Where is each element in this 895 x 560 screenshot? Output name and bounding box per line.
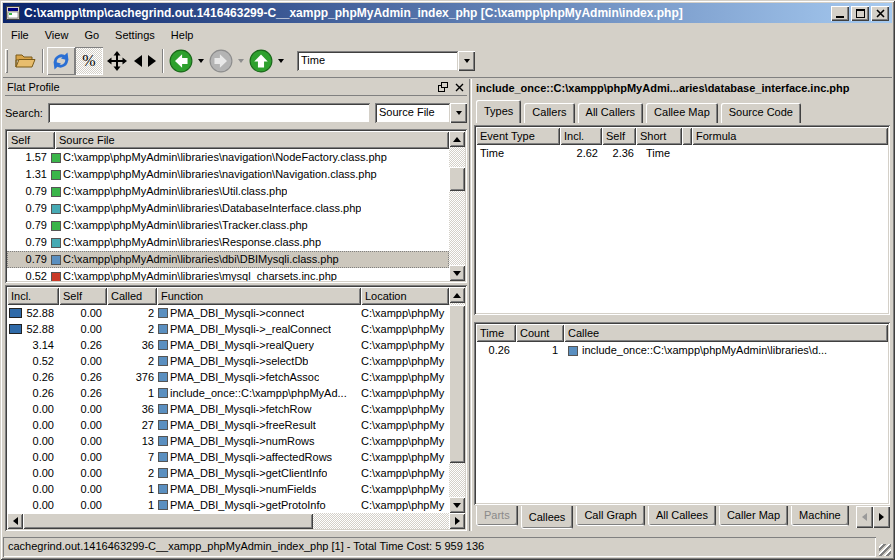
tab-machine-code[interactable]: Machine <box>791 506 849 526</box>
relative-cost-button[interactable] <box>47 47 75 75</box>
group-by-combo-value: Source File <box>375 103 450 123</box>
maximize-button[interactable] <box>851 6 869 21</box>
function-row[interactable]: 0.00 0.00 2 PMA_DBI_Mysqli->getClientInf… <box>7 465 449 481</box>
file-list-row[interactable]: 0.79 C:\xampp\phpMyAdmin\libraries\Datab… <box>7 200 449 217</box>
column-header-spacer <box>682 127 692 145</box>
source-file-icon <box>51 204 61 214</box>
resize-grip[interactable] <box>878 537 892 557</box>
column-header-self[interactable]: Self <box>602 127 636 145</box>
tab-scroll-left-button[interactable] <box>856 506 873 528</box>
tab-callee-map[interactable]: Callee Map <box>646 103 718 123</box>
function-table-horizontal-scrollbar[interactable] <box>7 513 465 529</box>
function-cell: PMA_DBI_Mysqli->fetchRow <box>157 401 361 417</box>
menu-help[interactable]: Help <box>163 26 202 44</box>
search-input[interactable] <box>48 103 370 123</box>
file-list-row[interactable]: 0.52 C:\xampp\phpMyAdmin\libraries\mysql… <box>7 268 449 281</box>
tab-callers[interactable]: Callers <box>524 103 574 123</box>
file-list-vertical-scrollbar[interactable] <box>449 131 465 281</box>
column-header-self[interactable]: Self <box>7 131 55 149</box>
function-row[interactable]: 52.88 0.00 2 PMA_DBI_Mysqli->_realConnec… <box>7 321 449 337</box>
function-table-vertical-scrollbar[interactable] <box>449 287 465 513</box>
tab-scroll-right-button[interactable] <box>873 506 890 528</box>
file-list-row[interactable]: 0.79 C:\xampp\phpMyAdmin\libraries\Util.… <box>7 183 449 200</box>
column-header-time[interactable]: Time <box>476 324 516 342</box>
file-list-row[interactable]: 1.31 C:\xampp\phpMyAdmin\libraries\navig… <box>7 166 449 183</box>
column-header-source-file[interactable]: Source File <box>55 131 449 149</box>
title-bar[interactable]: C:\xampp\tmp\cachegrind.out.1416463299-C… <box>3 3 892 23</box>
column-header-called[interactable]: Called <box>107 287 157 305</box>
file-list-row[interactable]: 1.57 C:\xampp\phpMyAdmin\libraries\navig… <box>7 149 449 166</box>
toolbar-grip[interactable] <box>5 49 8 73</box>
scroll-right-button[interactable] <box>449 513 465 529</box>
percent-toggle-button[interactable]: % <box>75 47 103 75</box>
menu-go[interactable]: Go <box>76 26 107 44</box>
scroll-down-button[interactable] <box>449 497 465 513</box>
callee-row[interactable]: 0.26 1 include_once::C:\xampp\phpMyAdmin… <box>476 342 888 359</box>
back-button[interactable] <box>167 47 195 75</box>
scroll-left-button[interactable] <box>7 513 23 529</box>
event-type-row[interactable]: Time 2.62 2.36 Time <box>476 145 888 162</box>
scrollbar-thumb[interactable] <box>449 167 465 191</box>
tab-all-callers[interactable]: All Callers <box>578 103 644 123</box>
up-button[interactable] <box>247 47 275 75</box>
function-row[interactable]: 0.00 0.00 36 PMA_DBI_Mysqli->fetchRow C:… <box>7 401 449 417</box>
scroll-up-button[interactable] <box>449 287 465 303</box>
group-by-combo-button[interactable] <box>450 103 467 123</box>
menu-file[interactable]: File <box>3 26 37 44</box>
function-row[interactable]: 0.00 0.00 1 PMA_DBI_Mysqli->numFields C:… <box>7 481 449 497</box>
column-header-function[interactable]: Function <box>157 287 361 305</box>
function-row[interactable]: 3.14 0.26 36 PMA_DBI_Mysqli->realQuery C… <box>7 337 449 353</box>
function-name: PMA_DBI_Mysqli->connect <box>170 305 304 321</box>
tab-caller-map[interactable]: Caller Map <box>719 506 788 526</box>
function-row[interactable]: 0.00 0.00 1 PMA_DBI_Mysqli->getProtoInfo… <box>7 497 449 513</box>
menu-view[interactable]: View <box>37 26 77 44</box>
minimize-button[interactable] <box>831 6 849 21</box>
function-row[interactable]: 0.00 0.00 13 PMA_DBI_Mysqli->numRows C:\… <box>7 433 449 449</box>
dock-float-button[interactable] <box>435 80 450 94</box>
forward-button[interactable] <box>207 47 235 75</box>
function-row[interactable]: 0.26 0.26 376 PMA_DBI_Mysqli->fetchAssoc… <box>7 369 449 385</box>
tab-types[interactable]: Types <box>476 100 521 123</box>
file-list-row[interactable]: 0.79 C:\xampp\phpMyAdmin\libraries\dbi\D… <box>7 251 449 268</box>
function-row[interactable]: 52.88 0.00 2 PMA_DBI_Mysqli->connect C:\… <box>7 305 449 321</box>
column-header-incl[interactable]: Incl. <box>560 127 602 145</box>
dock-title-bar[interactable]: Flat Profile <box>5 79 467 96</box>
back-dropdown[interactable] <box>195 47 207 75</box>
column-header-location[interactable]: Location <box>361 287 449 305</box>
event-type-combo[interactable]: Time <box>297 51 475 71</box>
incl-cost-value: 0.26 <box>33 387 54 399</box>
function-row[interactable]: 0.52 0.00 2 PMA_DBI_Mysqli->selectDb C:\… <box>7 353 449 369</box>
scrollbar-thumb[interactable] <box>23 513 313 529</box>
event-type-combo-button[interactable] <box>458 51 475 71</box>
function-row[interactable]: 0.26 0.26 1 include_once::C:\xampp\phpMy… <box>7 385 449 401</box>
column-header-formula[interactable]: Formula <box>692 127 888 145</box>
column-header-count[interactable]: Count <box>516 324 564 342</box>
menu-settings[interactable]: Settings <box>107 26 163 44</box>
function-row[interactable]: 0.00 0.00 7 PMA_DBI_Mysqli->affectedRows… <box>7 449 449 465</box>
scroll-up-button[interactable] <box>449 131 465 147</box>
column-header-incl[interactable]: Incl. <box>7 287 59 305</box>
up-dropdown[interactable] <box>275 47 287 75</box>
forward-dropdown[interactable] <box>235 47 247 75</box>
dock-close-button[interactable] <box>452 80 467 94</box>
column-header-callee[interactable]: Callee <box>564 324 888 342</box>
scrollbar-thumb[interactable] <box>449 305 465 463</box>
tab-callees[interactable]: Callees <box>521 506 574 529</box>
incl-cost-value: 0.00 <box>33 483 54 495</box>
open-file-button[interactable] <box>11 47 39 75</box>
dock-layout-button[interactable] <box>131 47 159 75</box>
called-count-value: 2 <box>107 305 157 321</box>
group-by-combo[interactable]: Source File <box>375 103 467 123</box>
column-header-self[interactable]: Self <box>59 287 107 305</box>
tab-source-code[interactable]: Source Code <box>721 103 801 123</box>
function-row[interactable]: 0.00 0.00 27 PMA_DBI_Mysqli->freeResult … <box>7 417 449 433</box>
tab-all-callees[interactable]: All Callees <box>648 506 716 526</box>
scroll-down-button[interactable] <box>449 265 465 281</box>
column-header-event-type[interactable]: Event Type <box>476 127 560 145</box>
column-header-short[interactable]: Short <box>636 127 682 145</box>
file-list-row[interactable]: 0.79 C:\xampp\phpMyAdmin\libraries\Track… <box>7 217 449 234</box>
file-list-row[interactable]: 0.79 C:\xampp\phpMyAdmin\libraries\Respo… <box>7 234 449 251</box>
close-button[interactable] <box>871 6 889 21</box>
tab-call-graph[interactable]: Call Graph <box>576 506 645 526</box>
expand-all-button[interactable] <box>103 47 131 75</box>
